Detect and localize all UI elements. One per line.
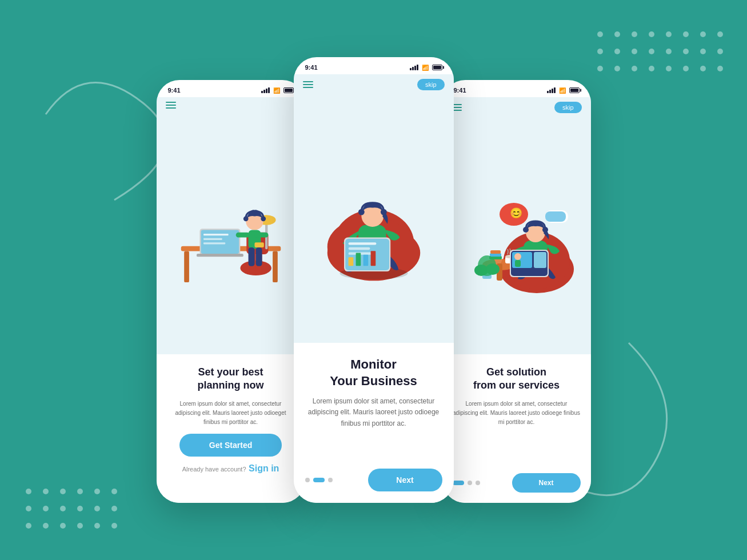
svg-rect-109 <box>545 211 566 222</box>
next-button-right[interactable]: Next <box>512 473 581 493</box>
skip-button-center[interactable]: skip <box>417 79 445 90</box>
dot-1-center <box>305 478 310 482</box>
svg-point-98 <box>523 227 529 233</box>
svg-point-7 <box>717 31 723 37</box>
time-center: 9:41 <box>305 64 318 71</box>
nav-left <box>157 97 305 113</box>
status-icons-center: 📶 <box>410 65 442 71</box>
desk-illustration <box>162 177 299 291</box>
battery-center <box>432 65 442 70</box>
header-area-left <box>157 97 305 354</box>
dot-1-right <box>453 481 464 485</box>
get-started-button[interactable]: Get Started <box>179 434 282 457</box>
svg-rect-59 <box>235 233 249 238</box>
svg-rect-75 <box>348 247 370 250</box>
sign-in-link[interactable]: Sign in <box>249 463 279 473</box>
svg-rect-53 <box>203 238 222 240</box>
beanbag-illustration <box>299 156 448 282</box>
status-bar-right: 9:41 📶 <box>442 80 591 97</box>
svg-point-23 <box>717 66 723 71</box>
pagination-center <box>305 478 333 482</box>
phone-center: 9:41 📶 skip <box>294 57 454 503</box>
svg-point-28 <box>94 489 100 494</box>
signal-right <box>547 87 556 93</box>
svg-point-4 <box>666 31 672 37</box>
phone-right: 9:41 📶 skip <box>442 80 591 503</box>
svg-point-6 <box>700 31 706 37</box>
svg-rect-78 <box>355 253 361 266</box>
svg-point-24 <box>26 489 31 494</box>
svg-point-36 <box>26 523 31 529</box>
title-left: Set your best planning now <box>198 366 264 393</box>
illustration-center <box>294 95 454 343</box>
skip-button-right[interactable]: skip <box>554 102 582 113</box>
svg-point-0 <box>597 31 603 37</box>
bottom-card-right: Get solution from our services Lorem ips… <box>442 354 591 503</box>
svg-point-103 <box>514 253 521 260</box>
next-button-center[interactable]: Next <box>368 469 442 491</box>
svg-rect-50 <box>201 230 239 253</box>
svg-point-38 <box>60 523 66 529</box>
svg-point-29 <box>111 489 117 494</box>
svg-rect-54 <box>203 242 225 244</box>
svg-point-10 <box>632 49 637 54</box>
svg-point-95 <box>486 263 500 275</box>
sign-in-text: Already have account? <box>182 466 246 473</box>
svg-rect-80 <box>370 251 376 266</box>
svg-rect-60 <box>254 233 268 238</box>
svg-text:😊: 😊 <box>510 207 523 219</box>
header-area-right: skip <box>442 97 591 354</box>
svg-point-21 <box>683 66 689 71</box>
wifi-right: 📶 <box>559 87 566 94</box>
status-bar-center: 9:41 📶 <box>294 57 454 74</box>
wifi-center: 📶 <box>422 65 429 71</box>
svg-point-37 <box>43 523 49 529</box>
svg-point-35 <box>111 506 117 511</box>
svg-point-26 <box>60 489 66 494</box>
sign-in-row: Already have account? Sign in <box>182 463 279 474</box>
svg-rect-77 <box>348 257 353 266</box>
desc-right: Lorem ipsum dolor sit amet, consectetur … <box>453 399 581 427</box>
svg-point-34 <box>94 506 100 511</box>
desc-left: Lorem ipsum dolor sit amet, consectetur … <box>167 399 295 427</box>
svg-point-18 <box>632 66 637 71</box>
phones-container: 9:41 📶 <box>157 57 591 503</box>
svg-rect-62 <box>255 247 262 266</box>
svg-point-3 <box>649 31 654 37</box>
svg-point-25 <box>43 489 49 494</box>
signal-center <box>410 65 418 70</box>
svg-point-63 <box>243 216 248 221</box>
svg-point-5 <box>683 31 689 37</box>
svg-rect-105 <box>534 252 546 268</box>
time-right: 9:41 <box>454 87 466 94</box>
svg-point-22 <box>700 66 706 71</box>
svg-rect-52 <box>203 234 229 235</box>
svg-point-40 <box>94 523 100 529</box>
hamburger-left[interactable] <box>166 102 176 109</box>
dot-2-center <box>313 478 325 482</box>
svg-rect-65 <box>254 242 263 247</box>
battery-left <box>283 87 294 93</box>
phone-left: 9:41 📶 <box>157 80 305 503</box>
status-icons-left: 📶 <box>261 87 294 94</box>
svg-rect-74 <box>348 242 376 245</box>
illustration-left <box>157 113 305 354</box>
svg-rect-61 <box>248 247 254 266</box>
svg-point-14 <box>700 49 706 54</box>
svg-point-12 <box>666 49 672 54</box>
svg-point-8 <box>597 49 603 54</box>
svg-point-17 <box>614 66 620 71</box>
illustration-right: 😊 <box>442 118 591 354</box>
svg-rect-44 <box>273 251 278 283</box>
battery-right <box>569 87 580 93</box>
svg-point-11 <box>649 49 654 54</box>
signal-left <box>261 87 270 93</box>
hamburger-center[interactable] <box>303 81 313 88</box>
svg-point-19 <box>649 66 654 71</box>
svg-rect-51 <box>197 254 243 257</box>
svg-point-16 <box>597 66 603 71</box>
bottom-card-center: Monitor Your Business Lorem ipsum dolor … <box>294 343 454 503</box>
svg-rect-104 <box>515 260 521 267</box>
svg-point-32 <box>60 506 66 511</box>
svg-point-2 <box>632 31 637 37</box>
